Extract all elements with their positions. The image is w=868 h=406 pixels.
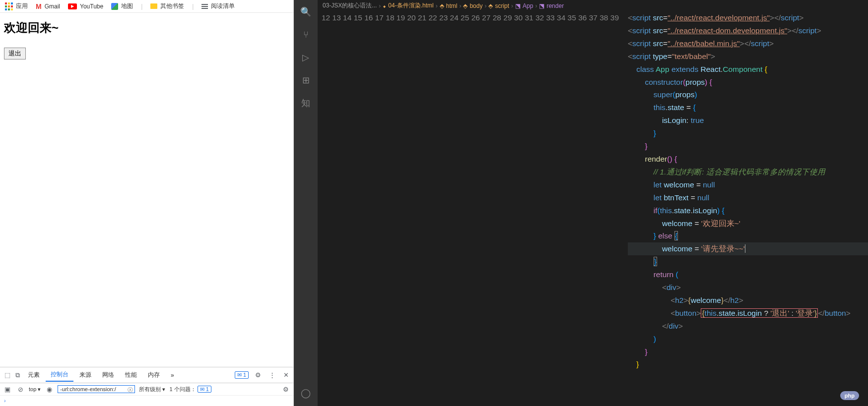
tab-sources[interactable]: 来源 — [74, 369, 96, 381]
clear-filter-icon[interactable]: ⓧ — [128, 386, 133, 394]
youtube-label: YouTube — [80, 3, 103, 10]
inspect-icon[interactable]: ⬚ — [3, 371, 12, 380]
logout-button[interactable]: 退出 — [4, 48, 26, 59]
zhihu-icon[interactable]: 知 — [300, 97, 312, 109]
youtube-icon: ▶ — [68, 3, 77, 9]
console-toolbar: ▣ ⊘ top ▾ ◉ -url:chrome-extension:/ⓧ 所有级… — [0, 383, 293, 396]
console-body[interactable]: › — [0, 396, 293, 406]
tab-performance[interactable]: 性能 — [120, 369, 142, 381]
page-content: 欢迎回来~ 退出 — [0, 13, 293, 367]
bookmark-bar: 应用 M Gmail ▶ YouTube 地图 | 其他书签 | 阅读清单 — [0, 0, 293, 13]
map-icon — [111, 3, 118, 10]
console-prompt: › — [4, 398, 6, 404]
message-badge[interactable]: ✉ 1 — [235, 371, 249, 379]
level-select[interactable]: 所有级别 ▾ — [139, 386, 165, 393]
issue-badge[interactable]: ✉ 1 — [198, 386, 211, 393]
gmail-label: Gmail — [45, 3, 60, 10]
close-icon[interactable]: ✕ — [281, 371, 290, 380]
devtools: ⬚ ⧉ 元素 控制台 来源 网络 性能 内存 » ✉ 1 ⚙ ⋮ ✕ ▣ ⊘ t… — [0, 367, 293, 406]
gmail-icon: M — [36, 2, 42, 10]
welcome-heading: 欢迎回来~ — [4, 20, 289, 36]
list-icon — [201, 4, 208, 9]
extensions-icon[interactable]: ⊞ — [300, 74, 312, 86]
tab-console[interactable]: 控制台 — [46, 368, 73, 382]
context-select[interactable]: top ▾ — [29, 386, 41, 393]
eye-icon[interactable]: ◉ — [45, 385, 54, 394]
code-content[interactable]: <script src="../react/react.development.… — [628, 11, 868, 406]
tab-more[interactable]: » — [166, 370, 179, 381]
breadcrumb-file: 04-条件渲染.html — [388, 1, 433, 10]
browser-panel: 应用 M Gmail ▶ YouTube 地图 | 其他书签 | 阅读清单 欢迎… — [0, 0, 294, 406]
bookmark-reading-list[interactable]: 阅读清单 — [201, 2, 235, 10]
debug-icon[interactable]: ▷ — [300, 52, 312, 63]
source-control-icon[interactable]: ⑂ — [300, 29, 312, 41]
search-icon[interactable]: 🔍 — [300, 6, 312, 18]
breadcrumb[interactable]: 03-JSX的核心语法...› ⬥ 04-条件渲染.html› ⬘ html› … — [318, 0, 868, 11]
maps-label: 地图 — [121, 2, 133, 10]
account-icon[interactable]: ◯ — [300, 387, 312, 399]
bookmark-other[interactable]: 其他书签 — [150, 2, 184, 10]
apps-label: 应用 — [16, 2, 28, 10]
reading-label: 阅读清单 — [211, 2, 235, 10]
devtools-tabbar: ⬚ ⧉ 元素 控制台 来源 网络 性能 内存 » ✉ 1 ⚙ ⋮ ✕ — [0, 367, 293, 383]
other-label: 其他书签 — [160, 2, 184, 10]
tab-elements[interactable]: 元素 — [23, 369, 45, 381]
device-icon[interactable]: ⧉ — [13, 371, 22, 380]
code-editor[interactable]: 12 13 14 15 16 17 18 19 20 21 22 23 24 2… — [318, 11, 868, 406]
bookmark-youtube[interactable]: ▶ YouTube — [68, 3, 103, 10]
tab-network[interactable]: 网络 — [97, 369, 119, 381]
more-icon[interactable]: ⋮ — [267, 371, 276, 380]
breadcrumb-folder: 03-JSX的核心语法... — [323, 1, 377, 10]
folder-icon — [150, 3, 157, 9]
console-filter-input[interactable]: -url:chrome-extension:/ⓧ — [58, 385, 135, 393]
clear-console-icon[interactable]: ⊘ — [16, 385, 25, 394]
editor-area: 03-JSX的核心语法...› ⬥ 04-条件渲染.html› ⬘ html› … — [318, 0, 868, 406]
console-settings-icon[interactable]: ⚙ — [281, 385, 290, 394]
line-gutter: 12 13 14 15 16 17 18 19 20 21 22 23 24 2… — [318, 11, 628, 406]
bookmark-maps[interactable]: 地图 — [111, 2, 133, 10]
bookmark-gmail[interactable]: M Gmail — [36, 2, 60, 10]
activity-bar: 🔍 ⑂ ▷ ⊞ 知 ◯ — [294, 0, 318, 406]
console-sidebar-icon[interactable]: ▣ — [3, 385, 12, 394]
tab-memory[interactable]: 内存 — [143, 369, 165, 381]
vscode-panel: 🔍 ⑂ ▷ ⊞ 知 ◯ 03-JSX的核心语法...› ⬥ 04-条件渲染.ht… — [294, 0, 868, 406]
apps-icon — [5, 2, 13, 10]
settings-icon[interactable]: ⚙ — [254, 371, 263, 380]
apps-button[interactable]: 应用 — [5, 2, 28, 10]
